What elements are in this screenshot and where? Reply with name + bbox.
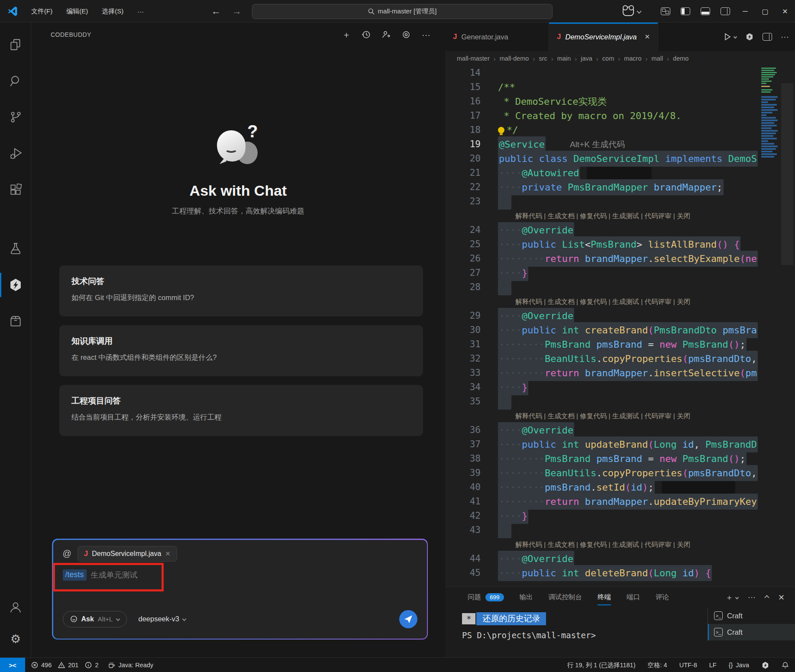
command-center-search[interactable]: mall-master [管理员]: [252, 4, 553, 19]
terminal-instance-craft[interactable]: >_ Craft: [708, 607, 795, 624]
settings-button[interactable]: ⚙: [0, 625, 31, 653]
panel-tab-评论[interactable]: 评论: [656, 587, 669, 607]
codebuddy-status-icon[interactable]: [761, 661, 769, 669]
line-number[interactable]: 41: [445, 494, 498, 509]
code-line[interactable]: 17 * Created by macro on 2019/4/8.: [445, 109, 760, 123]
maximize-button[interactable]: ▢: [755, 0, 775, 23]
remove-chip-icon[interactable]: ✕: [165, 550, 171, 558]
mention-icon[interactable]: @: [63, 549, 71, 559]
panel-tab-终端[interactable]: 终端: [598, 587, 611, 607]
panel-tab-端口[interactable]: 端口: [627, 587, 640, 607]
code-line[interactable]: 23: [445, 194, 760, 209]
panel-tab-调试控制台[interactable]: 调试控制台: [549, 587, 582, 607]
code-line[interactable]: 37····public int updateBrand(Long id, Pm…: [445, 437, 760, 452]
code-line[interactable]: 29····@Override: [445, 309, 760, 323]
indentation[interactable]: 空格: 4: [648, 661, 667, 669]
breadcrumb-item[interactable]: mall: [652, 55, 663, 62]
java-status[interactable]: Java: Ready: [108, 662, 153, 669]
code-line[interactable]: 24····@Override: [445, 223, 760, 237]
code-editor[interactable]: 1415/**16 * DemoService实现类17 * Created b…: [445, 66, 760, 587]
ask-mode-selector[interactable]: Ask Alt+L: [63, 611, 127, 627]
eol-sequence[interactable]: LF: [709, 662, 717, 669]
line-number[interactable]: 22: [445, 180, 498, 194]
line-number[interactable]: 44: [445, 552, 498, 566]
line-number[interactable]: 39: [445, 466, 498, 480]
code-line[interactable]: 43: [445, 523, 760, 537]
code-line[interactable]: 28: [445, 280, 760, 294]
settings-gear-button[interactable]: [402, 30, 410, 39]
code-line[interactable]: 38········PmsBrand pmsBrand = new PmsBra…: [445, 452, 760, 466]
breadcrumb-item[interactable]: src: [539, 55, 547, 62]
sidebar-item-codebuddy[interactable]: [0, 271, 31, 299]
minimap[interactable]: [760, 66, 779, 282]
code-line[interactable]: 25····public List<PmsBrand> listAllBrand…: [445, 237, 760, 252]
code-line[interactable]: 33········return brandMapper.insertSelec…: [445, 366, 760, 380]
codelens-actions[interactable]: 解释代码 | 生成文档 | 修复代码 | 生成测试 | 代码评审 | 关闭: [445, 409, 760, 423]
run-button[interactable]: [724, 33, 737, 41]
menu-selection[interactable]: 选择(S): [97, 5, 129, 18]
code-line[interactable]: 19@ServiceAlt+K 生成代码: [445, 137, 760, 152]
line-number[interactable]: 18: [445, 123, 498, 137]
codelens-actions[interactable]: 解释代码 | 生成文档 | 修复代码 | 生成测试 | 代码评审 | 关闭: [445, 209, 760, 223]
breadcrumb-item[interactable]: main: [557, 55, 571, 62]
suggestion-card-tech-qa[interactable]: 技术问答 如何在 Git 中回退到指定的 commit ID?: [59, 265, 423, 317]
panel-tab-问题[interactable]: 问题699: [468, 587, 504, 607]
code-line[interactable]: 42····}: [445, 509, 760, 523]
code-line[interactable]: 16 * DemoService实现类: [445, 94, 760, 109]
code-line[interactable]: 39········BeanUtils.copyProperties(pmsBr…: [445, 466, 760, 480]
sidebar-item-run-debug[interactable]: [0, 139, 31, 167]
code-line[interactable]: 18*/: [445, 123, 760, 137]
history-button[interactable]: [362, 30, 371, 39]
line-number[interactable]: 16: [445, 94, 498, 109]
toggle-sidebar-icon[interactable]: [681, 7, 690, 15]
line-number[interactable]: 20: [445, 152, 498, 166]
new-terminal-button[interactable]: ＋: [725, 592, 738, 603]
line-number[interactable]: 40: [445, 480, 498, 494]
send-button[interactable]: [399, 610, 417, 628]
code-line[interactable]: 27····}: [445, 266, 760, 280]
new-chat-button[interactable]: ＋: [342, 29, 351, 41]
codelens-actions[interactable]: 解释代码 | 生成文档 | 修复代码 | 生成测试 | 代码评审 | 关闭: [445, 294, 760, 309]
remote-indicator[interactable]: ><: [0, 658, 25, 672]
menu-more[interactable]: ···: [132, 5, 149, 18]
model-selector[interactable]: deepseek-v3: [138, 615, 185, 623]
toggle-panel-icon[interactable]: [701, 7, 710, 15]
line-number[interactable]: 15: [445, 80, 498, 94]
line-number[interactable]: 14: [445, 66, 498, 80]
code-line[interactable]: 44····@Override: [445, 552, 760, 566]
sidebar-item-extensions[interactable]: [0, 176, 31, 204]
breadcrumb-item[interactable]: com: [602, 55, 614, 62]
code-line[interactable]: 41········return brandMapper.updateByPri…: [445, 494, 760, 509]
forward-button[interactable]: →: [232, 6, 242, 17]
code-line[interactable]: 36····@Override: [445, 423, 760, 437]
line-number[interactable]: 34: [445, 380, 498, 394]
code-line[interactable]: 34····}: [445, 380, 760, 394]
close-panel-icon[interactable]: ✕: [778, 593, 785, 602]
code-line[interactable]: 15/**: [445, 80, 760, 94]
customize-layout-icon[interactable]: [661, 7, 670, 15]
breadcrumb-item[interactable]: macro: [624, 55, 641, 62]
context-file-chip[interactable]: J DemoServiceImpl.java ✕: [78, 546, 177, 562]
line-number[interactable]: 17: [445, 109, 498, 123]
assistant-account-button[interactable]: [623, 6, 641, 16]
code-line[interactable]: 14: [445, 66, 760, 80]
back-button[interactable]: ←: [211, 6, 221, 17]
line-number[interactable]: 24: [445, 223, 498, 237]
code-line[interactable]: 40········pmsBrand.setId(id);: [445, 480, 760, 494]
line-number[interactable]: 21: [445, 166, 498, 180]
account-button[interactable]: [0, 593, 31, 621]
line-number[interactable]: 26: [445, 252, 498, 266]
sidebar-item-testing[interactable]: [0, 235, 31, 262]
code-line[interactable]: 30····public int createBrand(PmsBrandDto…: [445, 323, 760, 337]
line-number[interactable]: 42: [445, 509, 498, 523]
tab-generator-java[interactable]: J Generator.java: [445, 23, 549, 51]
codebuddy-editor-icon[interactable]: [745, 32, 754, 41]
line-number[interactable]: 28: [445, 280, 498, 294]
share-button[interactable]: [382, 30, 391, 39]
line-number[interactable]: 25: [445, 237, 498, 252]
breadcrumb-item[interactable]: java: [581, 55, 592, 62]
panel-more-actions[interactable]: ···: [748, 593, 756, 602]
lightbulb-icon[interactable]: [498, 127, 504, 133]
line-number[interactable]: 37: [445, 437, 498, 452]
terminal-instance-craft-active[interactable]: >_ Craft: [708, 624, 795, 640]
